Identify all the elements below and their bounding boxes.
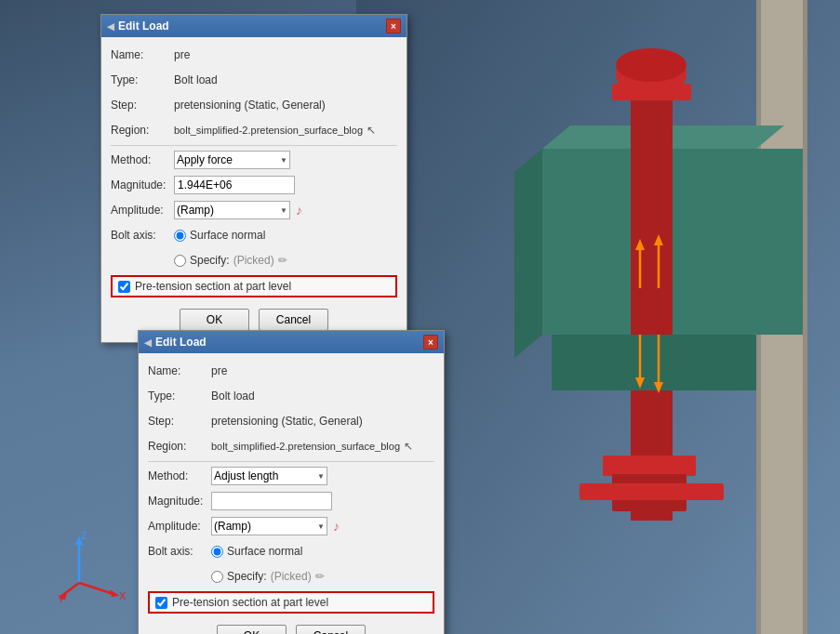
dialog-1-close-button[interactable]: × [386, 19, 401, 33]
dialog-1-region-label: Region: [111, 124, 174, 137]
dialog-2-step-row: Step: pretensioning (Static, General) [148, 411, 434, 431]
svg-rect-11 [603, 456, 696, 476]
dialog-1-ok-button[interactable]: OK [180, 309, 249, 331]
dialog-1-method-label: Method: [111, 153, 174, 166]
dialog-2-picked-text: (Picked) [271, 570, 312, 583]
svg-line-26 [79, 583, 116, 595]
svg-rect-13 [580, 483, 724, 500]
dialog-1-specify-radio[interactable] [174, 255, 186, 267]
dialog-2-name-value: pre [211, 364, 227, 377]
dialog-2-step-value: pretensioning (Static, General) [211, 415, 363, 428]
svg-text:Y: Y [58, 593, 65, 604]
dialog-1-titlebar: ◀ Edit Load × [101, 15, 407, 37]
dialog-2-name-label: Name: [148, 364, 211, 377]
dialog-1-title-left: ◀ Edit Load [107, 20, 169, 33]
dialog-2-title: Edit Load [155, 336, 207, 349]
dialog-2-specify-label: Specify: [227, 570, 267, 583]
dialog-2-amplitude-row: Amplitude: (Ramp) Instantaneous ♪ [148, 516, 434, 536]
svg-rect-10 [612, 84, 691, 100]
pencil-icon-2: ✏ [315, 570, 325, 583]
pencil-icon-1: ✏ [278, 254, 287, 267]
dialog-1-surface-normal-label: Surface normal [190, 229, 265, 242]
dialog-2-method-label: Method: [148, 469, 211, 482]
dialog-1-step-row: Step: pretensioning (Static, General) [111, 95, 397, 115]
dialog-1-title: Edit Load [118, 20, 169, 33]
dialog-1-body: Name: pre Type: Bolt load Step: pretensi… [101, 37, 407, 342]
dialog-2-pretension-row: Pre-tension section at part level [148, 591, 434, 614]
dialog-2-pretension-checkbox[interactable] [155, 597, 167, 609]
cursor-icon-2: ↖ [404, 440, 413, 453]
divider-2 [148, 461, 434, 462]
dialog-2-specify-row: Specify: (Picked) ✏ [148, 566, 434, 587]
dialog-1-icon: ◀ [107, 21, 114, 32]
dialog-2-amplitude-select-wrapper[interactable]: (Ramp) Instantaneous [211, 517, 327, 535]
dialog-1-surface-normal-radio[interactable] [174, 230, 186, 242]
dialog-2-pretension-label: Pre-tension section at part level [172, 596, 328, 609]
svg-marker-4 [514, 149, 542, 358]
svg-marker-27 [110, 589, 119, 597]
dialog-2-amplitude-select[interactable]: (Ramp) Instantaneous [211, 517, 327, 535]
dialog-2-title-left: ◀ Edit Load [144, 336, 207, 349]
svg-point-9 [616, 48, 687, 82]
dialog-2-surface-normal-radio[interactable] [211, 546, 223, 558]
dialog-2-body: Name: pre Type: Bolt load Step: pretensi… [139, 353, 444, 634]
svg-text:Z: Z [81, 532, 87, 541]
dialog-1-name-value: pre [174, 48, 190, 61]
dialog-2-region-value: bolt_simplified-2.pretension_surface_blo… [211, 441, 400, 452]
ramp-icon-1: ♪ [296, 203, 302, 218]
dialog-1: ◀ Edit Load × Name: pre Type: Bolt load … [100, 14, 407, 343]
dialog-1-picked-text: (Picked) [233, 254, 274, 267]
dialog-2-ok-button[interactable]: OK [217, 625, 287, 634]
dialog-1-method-select-wrapper[interactable]: Apply force Adjust length Fix at current… [174, 151, 290, 169]
dialog-2-bolt-axis-label: Bolt axis: [148, 545, 211, 558]
dialog-2-titlebar: ◀ Edit Load × [139, 331, 444, 353]
svg-rect-7 [631, 56, 673, 521]
dialog-1-pretension-label: Pre-tension section at part level [135, 280, 291, 293]
dialog-2-region-label: Region: [148, 440, 211, 453]
dialog-1-type-value: Bolt load [174, 73, 218, 86]
dialog-1-amplitude-label: Amplitude: [111, 204, 174, 217]
dialog-1-type-row: Type: Bolt load [111, 70, 397, 90]
dialog-1-bolt-axis-row: Bolt axis: Surface normal [111, 225, 397, 245]
dialog-2-method-select-wrapper[interactable]: Apply force Adjust length Fix at current… [211, 467, 327, 485]
dialog-1-cancel-button[interactable]: Cancel [259, 309, 328, 331]
dialog-1-step-value: pretensioning (Static, General) [174, 99, 326, 112]
svg-text:X: X [119, 590, 127, 601]
ramp-icon-2: ♪ [333, 519, 340, 534]
dialog-1-pretension-row: Pre-tension section at part level [111, 275, 397, 297]
dialog-2-magnitude-label: Magnitude: [148, 495, 211, 508]
dialog-2-magnitude-row: Magnitude: [148, 491, 434, 511]
dialog-1-magnitude-label: Magnitude: [111, 178, 174, 192]
dialog-1-pretension-checkbox[interactable] [118, 281, 130, 293]
dialog-1-name-row: Name: pre [111, 45, 397, 65]
dialog-1-magnitude-input[interactable] [174, 176, 295, 194]
dialog-2-method-row: Method: Apply force Adjust length Fix at… [148, 466, 434, 486]
dialog-1-amplitude-select-wrapper[interactable]: (Ramp) Instantaneous [174, 201, 290, 219]
dialog-1-region-value: bolt_simplified-2.pretension_surface_blo… [174, 125, 363, 136]
dialog-1-amplitude-select[interactable]: (Ramp) Instantaneous [174, 201, 290, 219]
dialog-2-type-row: Type: Bolt load [148, 386, 434, 406]
dialog-2-region-row: Region: bolt_simplified-2.pretension_sur… [148, 436, 434, 456]
dialog-2-type-label: Type: [148, 390, 211, 403]
svg-rect-6 [756, 149, 803, 335]
dialog-1-type-label: Type: [111, 73, 174, 86]
dialog-2-magnitude-input[interactable] [211, 492, 332, 510]
dialog-2: ◀ Edit Load × Name: pre Type: Bolt load … [138, 330, 445, 634]
dialog-2-method-select[interactable]: Apply force Adjust length Fix at current… [211, 467, 327, 485]
dialog-1-method-row: Method: Apply force Adjust length Fix at… [111, 150, 397, 170]
dialog-2-cancel-button[interactable]: Cancel [296, 625, 366, 634]
dialog-2-close-button[interactable]: × [423, 335, 438, 350]
dialog-2-amplitude-label: Amplitude: [148, 520, 211, 533]
dialog-2-surface-normal-label: Surface normal [227, 545, 302, 558]
dialog-1-name-label: Name: [111, 48, 174, 61]
cursor-icon-1: ↖ [367, 124, 376, 137]
dialog-2-name-row: Name: pre [148, 361, 434, 381]
dialog-1-specify-label: Specify: [190, 254, 230, 267]
dialog-2-type-value: Bolt load [211, 390, 255, 403]
dialog-1-specify-row: Specify: (Picked) ✏ [111, 250, 397, 271]
dialog-1-region-row: Region: bolt_simplified-2.pretension_sur… [111, 120, 397, 140]
dialog-2-specify-radio[interactable] [211, 571, 223, 583]
dialog-1-method-select[interactable]: Apply force Adjust length Fix at current… [174, 151, 290, 169]
dialog-2-icon: ◀ [144, 337, 152, 348]
dialog-1-amplitude-row: Amplitude: (Ramp) Instantaneous ♪ [111, 200, 397, 220]
